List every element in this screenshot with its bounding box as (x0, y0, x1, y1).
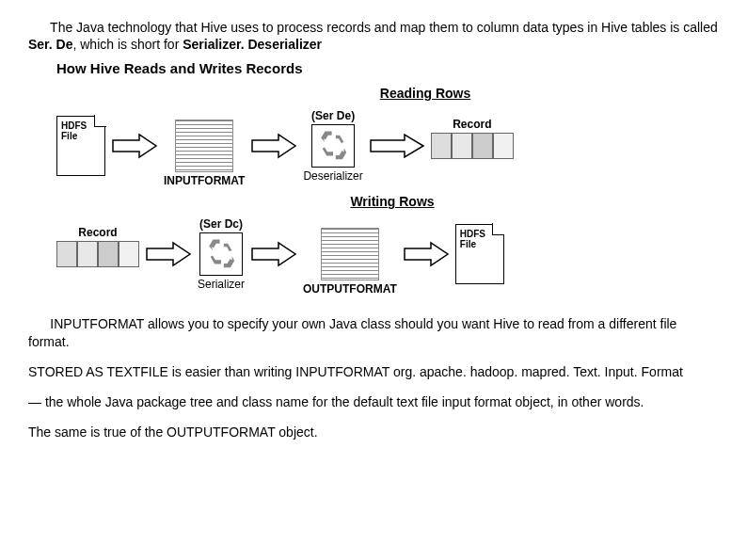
deserializer-box: (Ser De) Deserializer (303, 109, 362, 183)
serde-short: Ser. De (28, 37, 72, 52)
diagram-title: How Hive Reads and Writes Records (56, 60, 719, 76)
recycle-icon (317, 130, 349, 162)
recycle-icon (205, 238, 237, 270)
arrow-icon (145, 240, 192, 268)
serdc-label-top: (Ser Dc) (199, 217, 243, 231)
intro-paragraph: The Java technology that Hive uses to pr… (28, 19, 719, 53)
para-outputformat: The same is true of the OUTPUTFORMAT obj… (28, 424, 719, 440)
writing-rows-label: Writing Rows (66, 194, 719, 209)
writing-row: Record (Ser Dc) Serializer OUTPUTFORMAT (56, 209, 719, 298)
arrow-icon (250, 240, 297, 268)
hdfs-file-label: HDFS File (61, 120, 87, 141)
arrow-icon (111, 132, 158, 160)
arrow-icon (403, 240, 450, 268)
inputformat-box: INPUTFORMAT (164, 104, 245, 187)
outputformat-box: OUTPUTFORMAT (303, 213, 397, 296)
record-label-w: Record (78, 226, 117, 239)
record-box: Record (431, 118, 514, 174)
record-label-top: Record (453, 118, 491, 131)
arrow-icon (250, 132, 297, 160)
serde-label-top: (Ser De) (311, 109, 355, 122)
inputformat-label: INPUTFORMAT (164, 174, 245, 187)
outputformat-label: OUTPUTFORMAT (303, 282, 397, 296)
para-textfile: STORED AS TEXTFILE is easier than writin… (28, 363, 719, 380)
para-packagetree: — the whole Java package tree and class … (28, 393, 719, 410)
hive-io-diagram: How Hive Reads and Writes Records Readin… (56, 60, 719, 298)
intro-text-1: The Java technology that Hive uses to pr… (50, 20, 718, 35)
serde-long: Serializer. Deserializer (183, 37, 322, 52)
intro-text-2: , which is short for (72, 37, 183, 52)
para-inputformat: INPUTFORMAT allows you to specify your o… (28, 315, 719, 349)
hdfs-file-label-w: HDFS File (460, 229, 485, 249)
record-box-w: Record (56, 226, 139, 282)
reading-rows-label: Reading Rows (132, 86, 719, 101)
hdfs-file-box: HDFS File (56, 101, 105, 191)
hdfs-file-box-w: HDFS File (455, 209, 504, 299)
deserializer-label: Deserializer (303, 169, 362, 183)
reading-row: HDFS File INPUTFORMAT (Ser De) Deseriali… (56, 101, 719, 190)
serializer-label: Serializer (198, 278, 245, 291)
arrow-icon (369, 132, 425, 160)
serializer-box: (Ser Dc) Serializer (198, 217, 245, 291)
